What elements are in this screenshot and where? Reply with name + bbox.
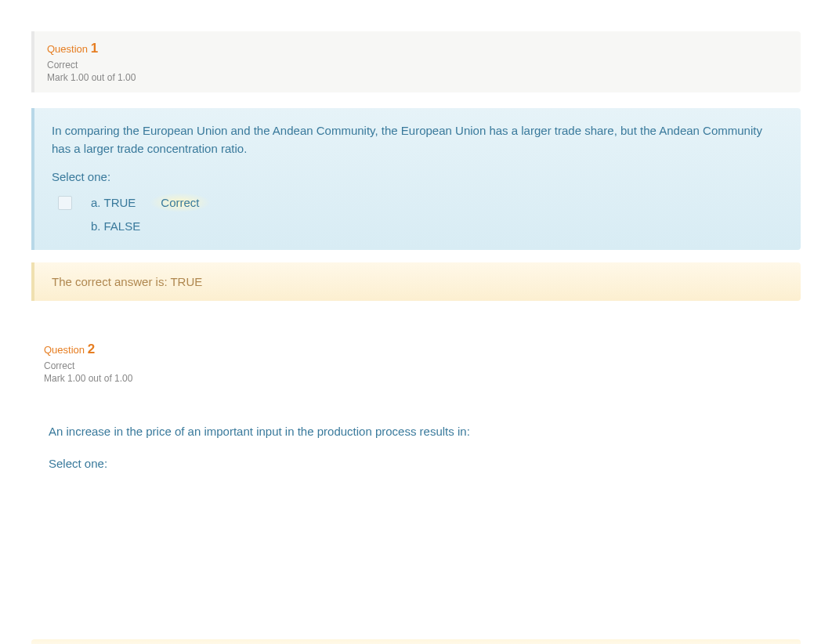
question-mark: Mark 1.00 out of 1.00 bbox=[47, 72, 788, 83]
question-label: Question bbox=[44, 344, 85, 356]
question-title: Question 2 bbox=[44, 342, 788, 357]
question-text: An increase in the price of an important… bbox=[49, 423, 783, 441]
question-title: Question 1 bbox=[47, 41, 788, 56]
correct-badge: Correct bbox=[150, 193, 210, 212]
question-status: Correct bbox=[44, 360, 788, 371]
question-number: 1 bbox=[91, 41, 98, 56]
feedback-box: The correct answer is: TRUE bbox=[31, 262, 801, 301]
question-text: In comparing the European Union and the … bbox=[52, 122, 783, 157]
bottom-decoration bbox=[31, 639, 801, 645]
question-mark: Mark 1.00 out of 1.00 bbox=[44, 373, 788, 384]
question-body: In comparing the European Union and the … bbox=[31, 108, 801, 250]
select-prompt: Select one: bbox=[52, 170, 783, 183]
radio-icon[interactable] bbox=[58, 196, 72, 210]
select-prompt: Select one: bbox=[49, 457, 783, 470]
question-body: An increase in the price of an important… bbox=[31, 409, 801, 490]
question-label: Question bbox=[47, 43, 88, 55]
question-status: Correct bbox=[47, 60, 788, 71]
question-header: Question 1 Correct Mark 1.00 out of 1.00 bbox=[31, 31, 801, 92]
question-block-2: Question 2 Correct Mark 1.00 out of 1.00… bbox=[31, 332, 801, 490]
question-header: Question 2 Correct Mark 1.00 out of 1.00 bbox=[31, 332, 801, 393]
answer-option-a[interactable]: a. TRUE Correct bbox=[58, 190, 783, 215]
option-text: FALSE bbox=[104, 219, 141, 233]
option-text: TRUE bbox=[104, 196, 136, 209]
question-number: 2 bbox=[88, 342, 95, 356]
option-letter: b. bbox=[91, 219, 101, 233]
feedback-text: The correct answer is: TRUE bbox=[52, 275, 783, 288]
question-block-1: Question 1 Correct Mark 1.00 out of 1.00… bbox=[31, 31, 801, 301]
answer-option-b[interactable]: b. FALSE bbox=[58, 215, 783, 236]
option-letter: a. bbox=[91, 196, 101, 209]
